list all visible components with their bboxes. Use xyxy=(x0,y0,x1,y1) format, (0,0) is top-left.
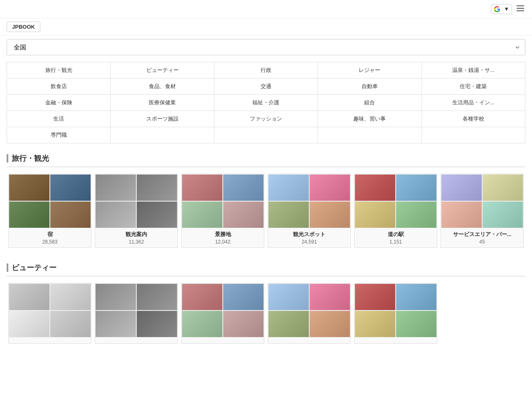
category-cell[interactable]: ビューティー xyxy=(111,62,214,79)
sections-container: 旅行・観光宿28,583観光案内11,362景勝地12,042観光スポット24,… xyxy=(0,147,532,352)
category-cell[interactable]: ファッション xyxy=(214,111,318,127)
card-img-cell xyxy=(355,283,396,310)
tab-jpbook[interactable]: JPBOOK xyxy=(7,22,40,32)
category-cell[interactable]: 住宅・建築 xyxy=(421,79,525,95)
category-cell[interactable]: 各種学校 xyxy=(421,111,525,127)
card-image xyxy=(355,174,437,228)
card-info: 観光スポット24,591 xyxy=(268,228,350,247)
card-count: 11,362 xyxy=(99,239,174,245)
category-cell[interactable]: 行政 xyxy=(214,62,318,79)
card[interactable]: 宿28,583 xyxy=(8,174,91,248)
language-selector[interactable]: ▼ xyxy=(491,4,512,14)
category-cell[interactable]: スポーツ施設 xyxy=(111,111,214,127)
card-name: 観光スポット xyxy=(271,231,347,238)
card-img-cell xyxy=(136,283,177,310)
category-cell[interactable] xyxy=(111,127,214,143)
card-image xyxy=(355,283,437,337)
card-info xyxy=(182,337,264,343)
card[interactable] xyxy=(8,283,91,344)
region-selector[interactable]: 全国 北海道 東北 関東 中部 近畿 中国 四国 九州・沖縄 xyxy=(7,39,525,55)
category-cell[interactable]: 自動車 xyxy=(318,79,421,95)
cards-grid-travel: 宿28,583観光案内11,362景勝地12,042観光スポット24,591道の… xyxy=(0,172,532,249)
card-img-cell xyxy=(182,310,223,337)
card-img-cell xyxy=(482,201,523,228)
card-count: 12,042 xyxy=(185,239,261,245)
card-img-cell xyxy=(223,174,264,201)
category-cell[interactable] xyxy=(318,127,421,143)
card-img-cell xyxy=(50,174,91,201)
card-name: 宿 xyxy=(12,231,88,238)
category-cell[interactable]: 趣味、習い事 xyxy=(318,111,421,127)
card-image xyxy=(9,283,91,337)
card-image xyxy=(182,174,264,228)
section-title-beauty: ビューティー xyxy=(7,263,525,273)
card-img-cell xyxy=(355,310,396,337)
category-cell[interactable]: レジャー xyxy=(318,62,421,79)
menu-icon[interactable] xyxy=(515,3,525,15)
header: ▼ xyxy=(0,0,532,18)
category-cell[interactable]: 専門職 xyxy=(7,127,111,143)
card[interactable]: サービスエリア・パー...45 xyxy=(441,174,524,248)
card-img-cell xyxy=(441,201,482,228)
header-right: ▼ xyxy=(491,3,525,15)
card-info xyxy=(95,337,177,343)
category-cell[interactable]: 組合 xyxy=(318,95,421,111)
card-img-cell xyxy=(50,283,91,310)
card-info xyxy=(9,337,91,343)
card[interactable]: 観光スポット24,591 xyxy=(268,174,351,248)
category-cell[interactable]: 旅行・観光 xyxy=(7,62,111,79)
section-beauty: ビューティー xyxy=(0,256,532,273)
card-info xyxy=(268,337,350,343)
svg-rect-0 xyxy=(517,5,524,6)
card[interactable] xyxy=(181,283,264,344)
card-img-cell xyxy=(268,283,309,310)
card-img-cell xyxy=(136,174,177,201)
card-info: 景勝地12,042 xyxy=(182,228,264,247)
card-name: 景勝地 xyxy=(185,231,261,238)
card-img-cell xyxy=(441,174,482,201)
category-cell[interactable] xyxy=(421,127,525,143)
card[interactable]: 景勝地12,042 xyxy=(181,174,264,248)
category-cell[interactable]: 交通 xyxy=(214,79,318,95)
card-count: 24,591 xyxy=(271,239,347,245)
card-name: サービスエリア・パー... xyxy=(444,231,520,238)
card[interactable]: 観光案内11,362 xyxy=(95,174,178,248)
region-selector-wrap: 全国 北海道 東北 関東 中部 近畿 中国 四国 九州・沖縄 xyxy=(0,36,532,59)
card-img-cell xyxy=(136,201,177,228)
card-img-cell xyxy=(95,283,136,310)
card-count: 1,151 xyxy=(358,239,433,245)
category-cell[interactable]: 金融・保険 xyxy=(7,95,111,111)
card-img-cell xyxy=(223,201,264,228)
category-cell[interactable] xyxy=(214,127,318,143)
section-divider-travel xyxy=(7,167,525,167)
card-img-cell xyxy=(50,201,91,228)
category-cell[interactable]: 医療保健業 xyxy=(111,95,214,111)
card-img-cell xyxy=(396,283,437,310)
card-name: 観光案内 xyxy=(99,231,174,238)
card-img-cell xyxy=(268,201,309,228)
category-cell[interactable]: 生活用品・イン... xyxy=(421,95,525,111)
card-img-cell xyxy=(95,201,136,228)
svg-rect-1 xyxy=(517,8,524,9)
card-img-cell xyxy=(309,174,350,201)
card[interactable]: 道の駅1,151 xyxy=(354,174,437,248)
card-img-cell xyxy=(309,201,350,228)
category-cell[interactable]: 食品、食材 xyxy=(111,79,214,95)
language-dropdown-arrow: ▼ xyxy=(504,6,509,12)
card-image xyxy=(182,283,264,337)
card-img-cell xyxy=(182,174,223,201)
card-count: 45 xyxy=(444,239,520,245)
card[interactable] xyxy=(268,283,351,344)
card-img-cell xyxy=(309,310,350,337)
card[interactable] xyxy=(354,283,437,344)
category-cell[interactable]: 飲食店 xyxy=(7,79,111,95)
card-img-cell xyxy=(136,310,177,337)
card-img-cell xyxy=(396,174,437,201)
section-divider-beauty xyxy=(7,276,525,276)
card[interactable] xyxy=(95,283,178,344)
category-cell[interactable]: 生活 xyxy=(7,111,111,127)
card-img-cell xyxy=(223,310,264,337)
card-img-cell xyxy=(9,310,50,337)
category-cell[interactable]: 温泉・銭湯・サ... xyxy=(421,62,525,79)
category-cell[interactable]: 福祉・介護 xyxy=(214,95,318,111)
